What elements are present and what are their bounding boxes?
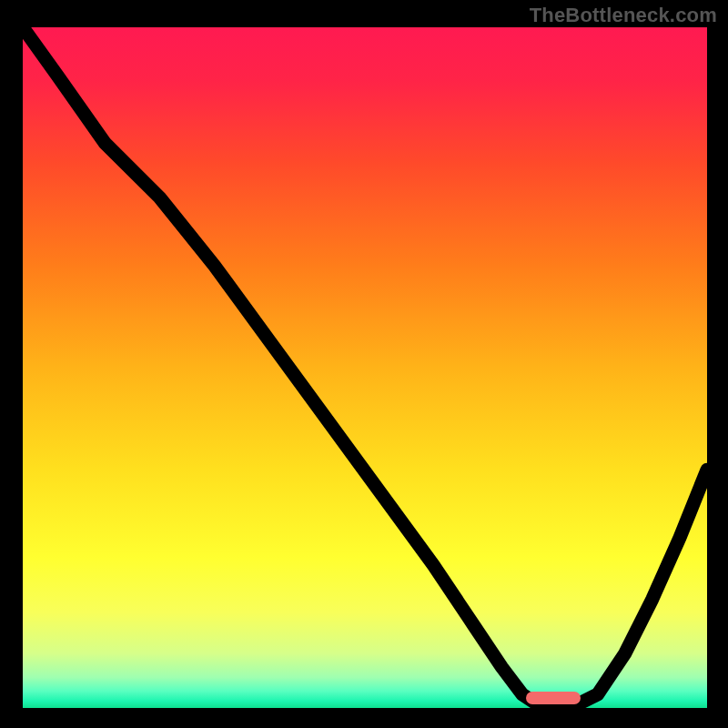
optimal-marker (526, 692, 581, 703)
plot-area (23, 27, 707, 708)
watermark-text: TheBottleneck.com (530, 4, 717, 27)
plot-inner (23, 27, 707, 708)
bottleneck-curve (23, 27, 707, 708)
app-root: TheBottleneck.com (0, 0, 728, 728)
